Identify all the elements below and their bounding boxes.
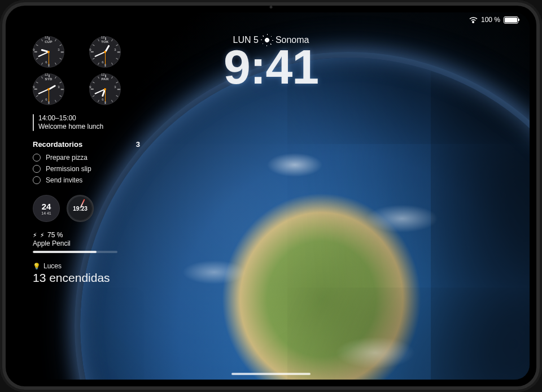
world-clock-tok[interactable]: TOK 36912: [89, 36, 121, 68]
clock-mini-widget[interactable]: 19:23: [67, 195, 94, 222]
world-clock-syd[interactable]: SYD 36912: [33, 73, 64, 105]
checkbox-icon[interactable]: [33, 165, 41, 173]
weather-mini-widget[interactable]: 24 14 41: [33, 195, 60, 222]
wallpaper-earth: [80, 58, 530, 380]
home-label: Luces: [43, 262, 62, 270]
battery-progress-fill: [33, 251, 97, 253]
mini-widgets-row: 24 14 41 19:23: [33, 195, 140, 222]
temp-value: 24: [42, 202, 51, 211]
lock-screen[interactable]: 100 % LUN 5 Sonoma 9:41 CUP 36912 TOK 36…: [12, 12, 530, 380]
world-clock-city-label: SYD: [33, 77, 64, 81]
reminder-label: Send invites: [46, 176, 82, 184]
reminders-count: 3: [136, 140, 140, 149]
reminder-label: Prepare pizza: [46, 154, 88, 162]
charging-bolt-icon: ⚡︎: [33, 232, 37, 239]
calendar-widget[interactable]: 14:00–15:00 Welcome home lunch: [33, 114, 140, 131]
temp-range: 14 41: [41, 211, 51, 215]
home-indicator[interactable]: [231, 373, 311, 375]
reminders-widget[interactable]: Recordatorios 3 Prepare pizza Permission…: [33, 140, 140, 186]
world-clock-widget[interactable]: CUP 36912 TOK 36912 SYD 36912 PAR 36912: [33, 36, 140, 105]
battery-device-name: Apple Pencil: [33, 239, 140, 247]
wallpaper-clouds: [80, 58, 530, 380]
reminders-title: Recordatorios: [33, 140, 82, 149]
home-value: 13 encendidas: [33, 271, 140, 285]
world-clock-cup[interactable]: CUP 36912: [33, 36, 64, 68]
lightbulb-icon: 💡: [33, 263, 41, 270]
event-title: Welcome home lunch: [38, 123, 103, 131]
status-bar: 100 %: [469, 16, 518, 24]
battery-icon: [504, 16, 518, 24]
wifi-icon: [469, 17, 478, 23]
event-accent-bar: [33, 114, 34, 131]
front-camera: [270, 6, 273, 8]
reminder-item[interactable]: Prepare pizza: [33, 152, 140, 163]
battery-percent-text: 100 %: [481, 16, 500, 24]
world-clock-city-label: TOK: [89, 40, 121, 43]
battery-widget[interactable]: ⚡︎ ⚡︎ 75 % Apple Pencil: [33, 231, 140, 253]
home-widget[interactable]: 💡 Luces 13 encendidas: [33, 262, 140, 285]
world-clock-par[interactable]: PAR 36912: [89, 73, 121, 105]
checkbox-icon[interactable]: [33, 176, 41, 184]
event-time: 14:00–15:00: [38, 114, 103, 123]
reminder-item[interactable]: Send invites: [33, 175, 140, 186]
battery-progress-track: [33, 251, 117, 253]
ipad-frame: 100 % LUN 5 Sonoma 9:41 CUP 36912 TOK 36…: [0, 0, 542, 392]
charging-bolt-icon: ⚡︎: [40, 232, 45, 239]
checkbox-icon[interactable]: [33, 154, 41, 162]
reminder-label: Permission slip: [46, 165, 91, 173]
widget-column: CUP 36912 TOK 36912 SYD 36912 PAR 36912 …: [33, 36, 140, 285]
world-clock-city-label: CUP: [33, 40, 64, 43]
reminder-item[interactable]: Permission slip: [33, 163, 140, 175]
battery-percent: 75 %: [47, 231, 63, 239]
world-clock-city-label: PAR: [89, 77, 121, 81]
